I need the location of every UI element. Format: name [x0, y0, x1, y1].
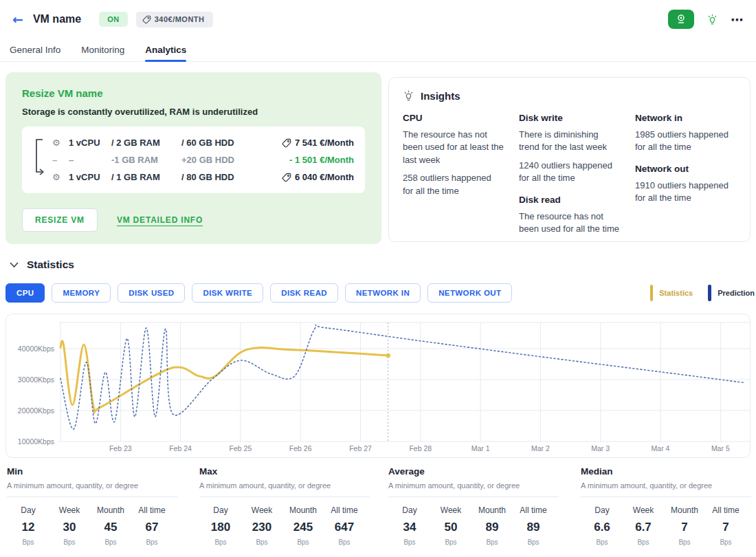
filter-memory[interactable]: MEMORY — [52, 283, 111, 303]
insight-network-in: Network in 1985 outliers happened for al… — [635, 113, 736, 154]
insights-card: Insights CPU The resource has not been u… — [388, 77, 751, 242]
stat-cell: Day12Bps — [12, 505, 44, 546]
vm-analytics-page: ← VM name ON 340€/MONTH ⋯ General Info M… — [0, 0, 756, 557]
svg-text:Feb 24: Feb 24 — [169, 444, 192, 452]
stat-cell: Mounth245Bps — [287, 505, 319, 546]
statistics-color-swatch — [650, 285, 653, 301]
price-badge: 340€/MONTH — [136, 12, 213, 28]
stat-cell: All time7Bps — [710, 505, 742, 546]
delta-hdd: +20 GB HDD — [181, 155, 257, 165]
chart-legend: Statistics Prediction — [650, 285, 756, 301]
console-icon — [676, 14, 687, 25]
filter-disk-used[interactable]: DISK USED — [118, 283, 185, 303]
stat-cell: Day180Bps — [205, 505, 236, 546]
svg-text:Feb 27: Feb 27 — [349, 444, 372, 452]
resize-card-title: Resize VM name — [22, 87, 365, 99]
gear-icon: ⚙ — [52, 172, 69, 182]
tab-general-info[interactable]: General Info — [10, 39, 60, 61]
stat-cell: Week30Bps — [54, 505, 85, 546]
prediction-color-swatch — [708, 285, 711, 301]
resize-arrow-bracket — [33, 136, 47, 179]
filter-network-in[interactable]: NETWORK IN — [345, 283, 421, 303]
svg-text:Mar 5: Mar 5 — [711, 444, 730, 452]
stat-cell: All time647Bps — [329, 505, 360, 546]
svg-text:Mar 2: Mar 2 — [531, 444, 550, 452]
svg-text:30000Kbps: 30000Kbps — [18, 375, 54, 384]
back-icon[interactable]: ← — [12, 12, 23, 27]
status-badge: ON — [99, 12, 128, 27]
chart-card: 40000Kbps30000Kbps20000Kbps10000KbpsFeb … — [5, 314, 751, 458]
price-badge-label: 340€/MONTH — [155, 15, 205, 23]
insights-shortcut-button[interactable] — [707, 14, 718, 25]
delta-ram: -1 GB RAM — [111, 155, 181, 165]
stat-cell: Day34Bps — [394, 505, 425, 546]
divider — [7, 496, 177, 497]
delta-price: - 1 501 €/Month — [289, 155, 354, 165]
target-cpu: 1 vCPU — [69, 172, 111, 182]
statistics-chart[interactable]: 40000Kbps30000Kbps20000Kbps10000KbpsFeb … — [6, 314, 751, 457]
insights-column-3: Network in 1985 outliers happened for al… — [635, 113, 736, 236]
vm-detailed-info-link[interactable]: VM DETAILED INFO — [117, 215, 203, 225]
divider — [388, 496, 559, 497]
stat-cell: All time89Bps — [518, 505, 549, 546]
stat-cell: All time67Bps — [136, 505, 168, 546]
current-cpu: 1 vCPU — [69, 138, 111, 148]
insights-title: Insights — [421, 90, 460, 102]
insight-disk-read: Disk read The resource has not been used… — [519, 195, 620, 236]
header: ← VM name ON 340€/MONTH ⋯ — [0, 0, 756, 39]
resize-card-subtitle: Storage is constantly overutilized, RAM … — [22, 107, 365, 117]
metric-filter-row: CPU MEMORY DISK USED DISK WRITE DISK REA… — [5, 283, 512, 303]
bulb-icon — [403, 90, 414, 102]
stat-cell: Mounth89Bps — [476, 505, 508, 546]
stat-cell: Mounth45Bps — [95, 505, 126, 546]
summary-min: Min A minimum amount, quantity, or degre… — [7, 466, 187, 546]
price-tag-icon — [142, 15, 151, 24]
target-price: 6 040 €/Month — [282, 172, 354, 182]
filter-disk-read[interactable]: DISK READ — [270, 283, 338, 303]
svg-text:Feb 28: Feb 28 — [409, 444, 432, 452]
filter-cpu[interactable]: CPU — [5, 283, 45, 303]
spec-row-delta: – – -1 GB RAM +20 GB HDD - 1 501 €/Month — [52, 151, 354, 168]
current-ram: / 2 GB RAM — [111, 138, 181, 148]
tab-monitoring[interactable]: Monitoring — [81, 39, 124, 61]
filter-network-out[interactable]: NETWORK OUT — [427, 283, 512, 303]
stat-cell: Week50Bps — [435, 505, 467, 546]
stat-cell: Day6.6Bps — [586, 505, 618, 546]
svg-text:10000Kbps: 10000Kbps — [18, 437, 54, 446]
delta-cpu: – — [69, 155, 111, 165]
insight-disk-write: Disk write There is diminishing trend fo… — [519, 113, 620, 185]
svg-text:20000Kbps: 20000Kbps — [18, 406, 54, 415]
svg-text:Feb 26: Feb 26 — [289, 444, 312, 452]
insights-column-1: CPU The resource has not been used for a… — [403, 113, 504, 236]
spec-row-target: ⚙ 1 vCPU / 1 GB RAM / 80 GB HDD 6 040 €/… — [52, 168, 354, 186]
resize-vm-button[interactable]: RESIZE VM — [22, 208, 98, 232]
insight-cpu: CPU The resource has not been used for a… — [403, 113, 504, 197]
divider — [581, 496, 751, 497]
svg-text:Mar 4: Mar 4 — [652, 444, 670, 452]
stat-cell: Mounth7Bps — [669, 505, 700, 546]
resize-card: Resize VM name Storage is constantly ove… — [5, 72, 381, 244]
price-tag-icon — [282, 173, 291, 182]
svg-text:Feb 23: Feb 23 — [109, 444, 132, 452]
statistics-heading: Statistics — [27, 259, 74, 271]
tab-analytics[interactable]: Analytics — [145, 39, 186, 61]
summary-average: Average A minimum amount, quantity, or d… — [388, 466, 568, 546]
svg-text:Feb 25: Feb 25 — [230, 444, 252, 452]
gear-icon: ⚙ — [52, 138, 69, 148]
current-price: 7 541 €/Month — [282, 138, 354, 148]
legend-statistics: Statistics — [650, 285, 693, 301]
target-hdd: / 80 GB HDD — [181, 172, 257, 182]
console-button[interactable] — [668, 10, 694, 29]
insights-column-2: Disk write There is diminishing trend fo… — [519, 113, 620, 236]
filter-disk-write[interactable]: DISK WRITE — [192, 283, 263, 303]
svg-text:Mar 1: Mar 1 — [471, 444, 490, 452]
chevron-down-icon — [10, 262, 19, 268]
spec-panel: ⚙ 1 vCPU / 2 GB RAM / 60 GB HDD 7 541 €/… — [22, 127, 365, 193]
summary-median: Median A minimum amount, quantity, or de… — [581, 466, 756, 546]
divider — [199, 496, 370, 497]
spec-row-current: ⚙ 1 vCPU / 2 GB RAM / 60 GB HDD 7 541 €/… — [52, 134, 354, 151]
current-hdd: / 60 GB HDD — [181, 138, 257, 148]
statistics-section-toggle[interactable]: Statistics — [10, 259, 74, 271]
bulb-icon — [707, 14, 718, 25]
overflow-menu-button[interactable]: ⋯ — [731, 12, 744, 27]
